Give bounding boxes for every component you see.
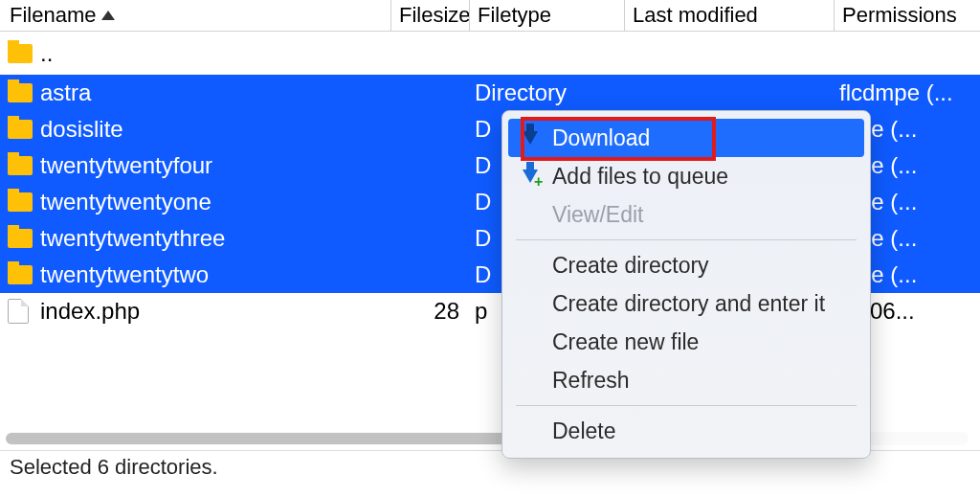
menu-item-delete-label: Delete <box>552 418 615 444</box>
menu-item-add-queue[interactable]: Add files to queue <box>502 157 870 195</box>
menu-item-create-dir-enter-label: Create directory and enter it <box>552 291 825 317</box>
menu-item-create-dir[interactable]: Create directory <box>502 246 870 284</box>
column-header-filetype[interactable]: Filetype <box>469 0 624 31</box>
filename-label: twentytwentyone <box>40 189 212 215</box>
download-icon <box>516 131 545 145</box>
menu-separator <box>516 239 857 240</box>
folder-icon <box>8 44 40 63</box>
menu-separator <box>516 405 857 406</box>
menu-item-create-dir-enter[interactable]: Create directory and enter it <box>502 284 870 323</box>
column-header-filesize[interactable]: Filesize <box>390 0 469 31</box>
column-header-lastmod-label: Last modified <box>633 3 758 28</box>
folder-icon <box>8 156 40 175</box>
column-header-filetype-label: Filetype <box>478 3 551 28</box>
filetype-label: Directory <box>469 79 624 106</box>
menu-item-refresh-label: Refresh <box>552 368 630 394</box>
folder-icon <box>8 229 40 248</box>
menu-item-view-edit-label: View/Edit <box>552 202 643 228</box>
folder-icon <box>8 265 40 284</box>
menu-item-add-queue-label: Add files to queue <box>552 164 728 190</box>
column-header-lastmod[interactable]: Last modified <box>624 0 834 31</box>
row-parent-dir-label: .. <box>40 40 53 67</box>
status-text: Selected 6 directories. <box>10 455 218 479</box>
add-to-queue-icon <box>516 169 545 183</box>
menu-item-refresh[interactable]: Refresh <box>502 361 870 399</box>
sort-ascending-icon <box>101 11 115 20</box>
menu-item-download[interactable]: Download <box>508 119 864 157</box>
menu-item-create-file[interactable]: Create new file <box>502 323 870 361</box>
context-menu: Download Add files to queue View/Edit Cr… <box>501 110 871 459</box>
filename-label: twentytwentyfour <box>40 152 212 179</box>
filesize-label: 28 <box>390 298 469 325</box>
table-row[interactable]: astra Directory flcdmpe (... <box>0 75 980 111</box>
menu-item-delete[interactable]: Delete <box>502 412 870 450</box>
column-header-filename-label: Filename <box>10 3 96 28</box>
permissions-label: flcdmpe (... <box>834 79 977 106</box>
menu-item-create-dir-label: Create directory <box>552 253 709 279</box>
menu-item-create-file-label: Create new file <box>552 329 699 355</box>
folder-icon <box>8 83 40 102</box>
column-header-permissions[interactable]: Permissions <box>834 0 977 31</box>
scrollbar-thumb[interactable] <box>6 433 523 444</box>
file-icon <box>8 299 40 324</box>
column-header-filename[interactable]: Filename <box>0 0 390 31</box>
filename-label: twentytwentytwo <box>40 261 209 288</box>
menu-item-view-edit: View/Edit <box>502 195 870 234</box>
menu-item-download-label: Download <box>552 125 650 151</box>
folder-icon <box>8 120 40 139</box>
row-parent-dir[interactable]: .. <box>0 32 980 75</box>
column-header-permissions-label: Permissions <box>842 3 957 28</box>
column-header-row: Filename Filesize Filetype Last modified… <box>0 0 980 32</box>
folder-icon <box>8 192 40 212</box>
filename-label: twentytwentythree <box>40 225 225 252</box>
filename-label: index.php <box>40 298 140 325</box>
filename-label: dosislite <box>40 116 123 143</box>
file-listing-window: Filename Filesize Filetype Last modified… <box>0 0 980 497</box>
filename-label: astra <box>40 79 91 106</box>
column-header-filesize-label: Filesize <box>399 3 469 28</box>
